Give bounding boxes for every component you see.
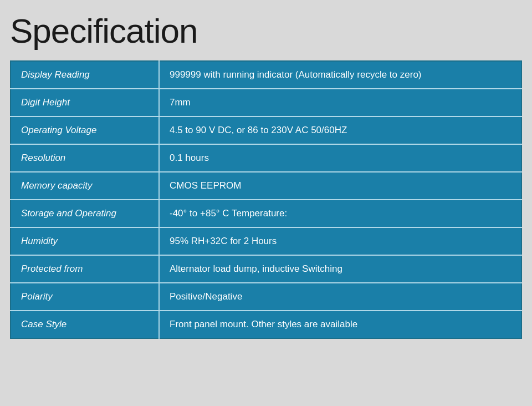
spec-label: Protected from <box>11 255 159 283</box>
spec-label: Display Reading <box>11 61 159 89</box>
table-row: Storage and Operating-40° to +85° C Temp… <box>11 200 521 227</box>
table-row: Resolution0.1 hours <box>11 144 521 172</box>
spec-label: Polarity <box>11 283 159 311</box>
spec-label: Storage and Operating <box>11 200 159 227</box>
spec-label: Humidity <box>11 227 159 255</box>
spec-value: 7mm <box>159 89 521 116</box>
specification-table: Display Reading999999 with running indic… <box>10 60 522 339</box>
table-row: Operating Voltage4.5 to 90 V DC, or 86 t… <box>11 116 521 144</box>
table-row: Case StyleFront panel mount. Other style… <box>11 311 521 338</box>
spec-value: CMOS EEPROM <box>159 172 521 200</box>
table-row: Memory capacityCMOS EEPROM <box>11 172 521 200</box>
spec-value: Positive/Negative <box>159 283 521 311</box>
spec-label: Digit Height <box>11 89 159 116</box>
spec-value: 999999 with running indicator (Automatic… <box>159 61 521 89</box>
table-row: Humidity95% RH+32C for 2 Hours <box>11 227 521 255</box>
spec-label: Resolution <box>11 144 159 172</box>
spec-value: Alternator load dump, inductive Switchin… <box>159 255 521 283</box>
spec-label: Memory capacity <box>11 172 159 200</box>
spec-value: 0.1 hours <box>159 144 521 172</box>
table-row: Display Reading999999 with running indic… <box>11 61 521 89</box>
table-row: Protected fromAlternator load dump, indu… <box>11 255 521 283</box>
spec-label: Case Style <box>11 311 159 338</box>
table-row: PolarityPositive/Negative <box>11 283 521 311</box>
table-row: Digit Height7mm <box>11 89 521 116</box>
spec-value: 95% RH+32C for 2 Hours <box>159 227 521 255</box>
spec-value: 4.5 to 90 V DC, or 86 to 230V AC 50/60HZ <box>159 116 521 144</box>
spec-label: Operating Voltage <box>11 116 159 144</box>
spec-value: -40° to +85° C Temperature: <box>159 200 521 227</box>
spec-value: Front panel mount. Other styles are avai… <box>159 311 521 338</box>
page-title: Specification <box>10 11 522 50</box>
